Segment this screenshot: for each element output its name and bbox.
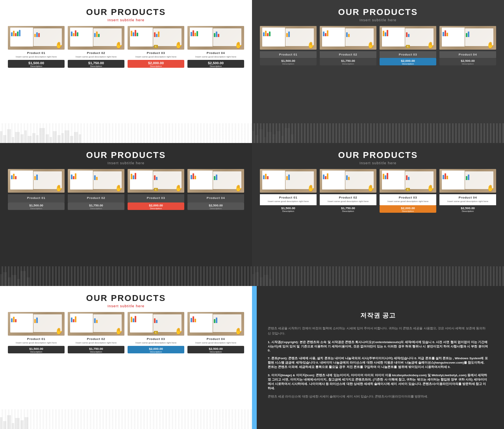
slide-5: OUR PRODUCTS Insert subtitle here [0,286,252,429]
product-3-price: $2,000.00 Description [128,60,184,68]
skyline-4 [252,270,504,286]
slide4-product-img-3: ✋ C [380,169,436,193]
copyright-intro: 콘텐츠 세공을 시작하기 전에이 버전의 협력에 소비하는 시세에 있어 주어서… [268,326,488,336]
slide-5-title: OUR PRODUCTS [86,293,166,303]
slide4-product-1-price: $1,500.00 Description [260,205,317,213]
slide2-product-4-price: $2,500.00 Description [439,58,496,65]
slide2-product-img-2: ✋ [320,26,376,50]
slide-4-title: OUR PRODUCTS [338,150,418,160]
slide-1-subtitle: Insert subtitle here [107,18,145,22]
slide4-product-img-2: ✋ [320,169,376,193]
slide-3-title: OUR PRODUCTS [86,150,166,160]
copyright-section-3: 3. 이이지(Image) & 이미지(Icon): 콘텐츠 내에 있는이이지,… [268,373,488,391]
skyline-2 [252,127,504,143]
slide2-product-3-name: Product 03 [380,53,435,56]
slide2-product-2-name: Product 02 [321,53,376,56]
slide3-product-4-name: Product 04 [188,196,243,200]
slide2-product-3-price: $2,000.00 Description [380,58,436,65]
slide3-product-4: ✋ Product 04 $2,500.00 Description [187,169,244,210]
slide3-product-1-price: $1,500.00 Description [8,202,65,210]
slide4-product-3-name: Product 03 [381,196,435,199]
slide3-product-3-name: Product 03 [128,196,183,200]
copyright-section-1: 1. 시작권(Copyright): 본은 콘텐츠와 소속 및 서작권은 콘텐츠… [268,340,488,353]
slide5-product-img-1: ✋ [8,312,65,336]
copyright-title: 저작권 공고 [268,312,488,320]
slide5-product-2-desc: Insert some good description right here [76,342,117,345]
slide2-product-2-price: $1,750.00 Description [320,58,376,65]
product-3-name: Product 03 [147,51,165,55]
product-card-1: ✋ Product 01 Insert some good descriptio… [8,26,65,68]
slide4-product-2-price: $1,750.00 Description [320,205,376,213]
slide-4-products: ✋ Product 01 Insert some good descriptio… [260,169,496,213]
product-1-desc: Insert some good description right here [16,56,57,59]
slide3-product-1-name: Product 01 [9,196,64,200]
product-img-2: ✋ [68,26,124,50]
slide-2-products: ✋ Product 01 $1,500.00 Description [260,26,496,65]
copyright-section-3-title: 3. 이이지(Image) & 이미지(Icon): 콘텐츠 내에 있는이이지,… [268,373,488,390]
slide4-product-3-desc: Insert some good description right here [381,200,435,203]
slide-3-products: ✋ Product 01 $1,500.00 Description [8,169,244,210]
slide-3: OUR PRODUCTS Insert subtitle here [0,143,252,286]
slide4-product-1-desc: Insert some good description right here [261,200,315,203]
slide5-product-img-2: ✋ [68,312,124,336]
slide-1-title: OUR PRODUCTS [86,7,166,17]
slide-5-subtitle: Insert subtitle here [107,304,145,308]
slide-4: OUR PRODUCTS Insert subtitle here [252,143,504,286]
slide-1-products: ✋ Product 01 Insert some good descriptio… [8,26,244,68]
skyline-5 [0,413,252,429]
product-card-4: ✋ Product 04 Insert some good descriptio… [187,26,244,68]
copyright-footer: 콘텐츠 세공 라이선스에 대한 상세한 서세이 솔레이시에 세이 서비 있습니다… [268,394,488,399]
slide3-product-3-price: $2,000.00 Description [128,202,184,210]
slide4-product-4-desc: Insert some good description right here [441,200,495,203]
slide5-product-4-name: Product 04 [207,337,225,341]
slide5-product-1: ✋ Product 01 Insert some good descriptio… [8,312,65,353]
skyline-1 [0,127,252,143]
slide2-product-2: ✋ Product 02 $1,750.00 Description [320,26,376,65]
slide2-product-4-name: Product 04 [440,53,495,56]
slide2-product-img-1: ✋ [260,26,317,50]
slide5-product-1-price: $1,500.00 Description [8,346,65,353]
slide3-product-3: ✋ C Product 03 $2,000.00 Description [128,169,184,210]
slide5-product-3-price: $2,000.00 Description [128,346,184,353]
slide2-product-img-4: ✋ [439,26,496,50]
slide3-product-2-name: Product 02 [69,196,124,200]
product-card-2: ✋ Product 02 Insert some good descriptio… [68,26,124,68]
product-4-name: Product 04 [207,51,225,55]
slide3-product-img-3: ✋ C [128,169,184,193]
slide4-product-img-1: ✋ [260,169,317,193]
slide-1: OUR PRODUCTS Insert subtitle here [0,0,252,143]
slide3-product-2: ✋ Product 02 $1,750.00 Description [68,169,124,210]
slide4-product-4: ✋ Product 04 Insert some good descriptio… [439,169,496,213]
slide4-product-2-name: Product 02 [321,196,375,199]
slide3-product-2-price: $1,750.00 Description [68,202,124,210]
slide5-product-1-name: Product 01 [27,337,45,341]
copyright-section-2: 7. 폰트(Font): 콘텐츠 내에에 사용, 설치 폰트는 내이버 나눔국의… [268,356,488,370]
product-card-3: ✋ C Product 03 Insert some good descript… [128,26,184,68]
product-img-4: ✋ [187,26,244,50]
product-4-desc: Insert some good description right here [195,56,236,59]
product-1-price: $1,500.00 Description [8,60,65,68]
slide4-product-1: ✋ Product 01 Insert some good descriptio… [260,169,317,213]
slide3-product-img-1: ✋ [8,169,65,193]
product-2-desc: Insert some good description right here [76,56,117,59]
slide4-product-2-desc: Insert some good description right here [321,200,375,203]
slide-2-subtitle: Insert subtitle here [359,18,397,22]
slide-2-title: OUR PRODUCTS [338,7,418,17]
slide4-product-1-name: Product 01 [261,196,315,199]
product-2-price: $1,750.00 Description [68,60,124,68]
product-2-name: Product 02 [87,51,105,55]
product-3-desc: Insert some good description right here [135,56,176,59]
slide5-product-4-price: $2,500.00 Description [187,346,244,353]
slide5-product-3-name: Product 03 [147,337,165,341]
slide4-product-3-price: $2,000.00 Description [380,205,436,213]
slide5-product-1-desc: Insert some good description right here [16,342,57,345]
product-4-price: $2,500.00 Description [187,60,244,68]
slide2-product-4: ✋ Product 04 $2,500.00 Description [439,26,496,65]
slide4-product-4-price: $2,500.00 Description [439,205,496,213]
slide4-product-3: ✋ C Product 03 Insert some good descript… [380,169,436,213]
skyline-3 [0,270,252,286]
product-img-1: ✋ [8,26,65,50]
slide-2: OUR PRODUCTS Insert subtitle here [252,0,504,143]
slide2-product-1-name: Product 01 [261,53,316,56]
slide5-product-4: ✋ Product 04 Insert some good descriptio… [187,312,244,353]
